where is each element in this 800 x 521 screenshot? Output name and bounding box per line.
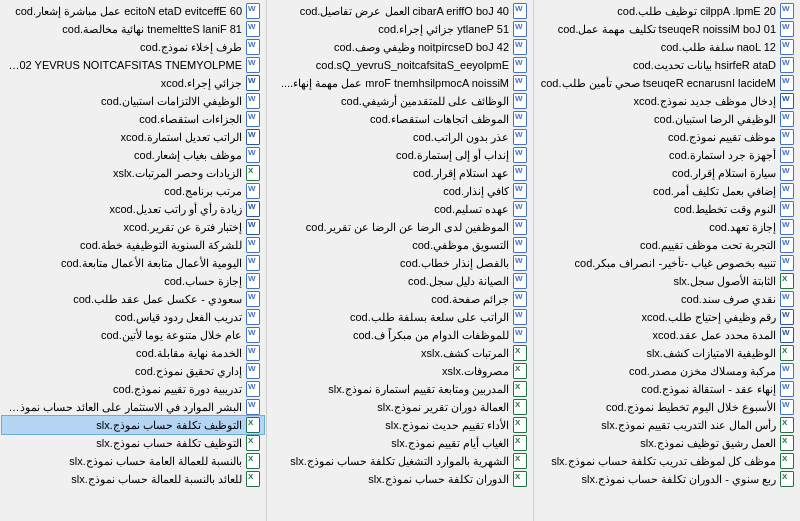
list-item[interactable]: طرف إخلاء نموذج.doc	[2, 38, 264, 56]
list-item[interactable]: إجازة تعهد.doc	[536, 218, 798, 236]
list-item[interactable]: الأسبوع خلال اليوم تخطيط نموذج.doc	[536, 398, 798, 416]
list-item[interactable]: موظف كل لموظف تدريب تكلفة حساب نموذج.xls	[536, 452, 798, 470]
column-1: 02 Empl. Applic توظيف طلب.doc10 Job Miss…	[534, 0, 800, 521]
list-item[interactable]: إجازة حساب.doc	[2, 272, 264, 290]
list-item[interactable]: Mission Acomplishment Form عمل مهمة إنها…	[269, 74, 531, 92]
list-item[interactable]: الجزاءات استقصاء.doc	[2, 110, 264, 128]
list-item[interactable]: التجربة تحت موظف تقييم.doc	[536, 236, 798, 254]
file-name-label: إختبار فترة عن تقرير.docx	[124, 218, 242, 236]
list-item[interactable]: التوظيف تكلفة حساب نموذج.xls	[2, 434, 264, 452]
list-item[interactable]: إنداب أو إلى إستمارة.doc	[269, 146, 531, 164]
list-item[interactable]: مصروفات.xlsx	[269, 362, 531, 380]
list-item[interactable]: 10 Job Mission Request تكليف مهمة عمل.do…	[536, 20, 798, 38]
list-item[interactable]: إضافي بعمل تكليف أمر.doc	[536, 182, 798, 200]
doc-icon	[780, 237, 794, 253]
list-item[interactable]: EMPLOYMENT SATISFACTION SURVEY 2006.doc	[2, 56, 264, 74]
list-item[interactable]: عهده تسليم.doc	[269, 200, 531, 218]
file-name-label: تدريب الفعل ردود قياس.doc	[115, 308, 242, 326]
list-item[interactable]: بالنسبة للعمالة العامة حساب نموذج.xls	[2, 452, 264, 470]
list-item[interactable]: الأداء تقييم حديث نموذج.xls	[269, 416, 531, 434]
list-item[interactable]: العمالة دوران تقرير نموذج.xls	[269, 398, 531, 416]
file-name-label: الزيادات وحصر المرتبات.xlsx	[113, 164, 242, 182]
file-name-label: جرائم صفحة.doc	[431, 290, 509, 308]
list-item[interactable]: الراتب تعديل استمارة.docx	[2, 128, 264, 146]
list-item[interactable]: إداري تحقيق نموذج.doc	[2, 362, 264, 380]
list-item[interactable]: موظف بغياب إشعار.doc	[2, 146, 264, 164]
file-name-label: 02 Empl. Applic توظيف طلب.doc	[617, 2, 776, 20]
list-item[interactable]: نقدي صرف سند.doc	[536, 290, 798, 308]
list-item[interactable]: الموظف اتجاهات استقصاء.doc	[269, 110, 531, 128]
list-item[interactable]: 24 Job Description وظيفي وصف.doc	[269, 38, 531, 56]
list-item[interactable]: عذر بدون الراتب.doc	[269, 128, 531, 146]
docx-icon	[246, 201, 260, 217]
list-item[interactable]: الثابتة الأصول سجل.xls	[536, 272, 798, 290]
list-item[interactable]: الوظائف على للمتقدمين أرشيفي.doc	[269, 92, 531, 110]
list-item[interactable]: 15 Penalty جزائي إجراء.doc	[269, 20, 531, 38]
list-item[interactable]: للموظفات الدوام من مبكراً ف.doc	[269, 326, 531, 344]
list-item[interactable]: الشهرية بالموارد التشغيل تكلفة حساب نموذ…	[269, 452, 531, 470]
list-item[interactable]: سعودي - عكسل عمل عقد طلب.doc	[2, 290, 264, 308]
list-item[interactable]: مركبة ومسلاك مخزن مصدر.doc	[536, 362, 798, 380]
doc-icon	[780, 57, 794, 73]
list-item[interactable]: للشركة السنوية التوظيفية خطة.doc	[2, 236, 264, 254]
list-item[interactable]: ربع سنوي - الدوران تكلفة حساب نموذج.xls	[536, 470, 798, 488]
list-item[interactable]: التوظيف تكلفة حساب نموذج.xls	[2, 416, 264, 434]
list-item[interactable]: للعائد بالنسبة للعمالة حساب نموذج.xls	[2, 470, 264, 488]
list-item[interactable]: الصيانة دليل سجل.doc	[269, 272, 531, 290]
list-item[interactable]: 04 Job Offire Arabic العمل عرض تفاصيل.do…	[269, 2, 531, 20]
list-item[interactable]: Medical Insurance Request صحي تأمين طلب.…	[536, 74, 798, 92]
list-item[interactable]: اليومية الأعمال متابعة الأعمال متابعة.do…	[2, 254, 264, 272]
list-item[interactable]: عام خلال متنوعة يوما لأتين.doc	[2, 326, 264, 344]
docx-icon	[246, 75, 260, 91]
list-item[interactable]: الراتب على سلعة بسلفة طلب.doc	[269, 308, 531, 326]
doc-icon	[246, 327, 260, 343]
doc-icon	[246, 273, 260, 289]
list-item[interactable]: زيادة رأي أو راتب تعديل.docx	[2, 200, 264, 218]
doc-icon	[513, 291, 527, 307]
list-item[interactable]: التسويق موظفي.doc	[269, 236, 531, 254]
list-item[interactable]: مرتب برنامج.doc	[2, 182, 264, 200]
doc-icon	[513, 3, 527, 19]
list-item[interactable]: المدربين ومتابعة تقييم استمارة نموذج.xls	[269, 380, 531, 398]
file-name-label: المدربين ومتابعة تقييم استمارة نموذج.xls	[328, 380, 509, 398]
list-item[interactable]: المرتبات كشف.xlsx	[269, 344, 531, 362]
list-item[interactable]: تنبيه بخصوص غياب -تأخير- انصراف مبكر.doc	[536, 254, 798, 272]
list-item[interactable]: الزيادات وحصر المرتبات.xlsx	[2, 164, 264, 182]
list-item[interactable]: 06 Effective Date Notice عمل مباشرة إشعا…	[2, 2, 264, 20]
list-item[interactable]: تدريبية دورة تقييم نموذج.doc	[2, 380, 264, 398]
file-name-label: بالفصل إنذار خطاب.doc	[400, 254, 509, 272]
list-item[interactable]: سيارة استلام إقرار.doc	[536, 164, 798, 182]
list-item[interactable]: إنهاء عقد - استقالة نموذج.doc	[536, 380, 798, 398]
list-item[interactable]: تدريب الفعل ردود قياس.doc	[2, 308, 264, 326]
list-item[interactable]: العمل رشيق توظيف نموذج.xls	[536, 434, 798, 452]
list-item[interactable]: إدخال موظف جديد نموذج.docx	[536, 92, 798, 110]
list-item[interactable]: رقم وظيفي إحتياج طلب.docx	[536, 308, 798, 326]
list-item[interactable]: الوظيفي الالتزامات استبيان.doc	[2, 92, 264, 110]
list-item[interactable]: رأس المال عند التدريب تقييم نموذج.xls	[536, 416, 798, 434]
list-item[interactable]: إختبار فترة عن تقرير.docx	[2, 218, 264, 236]
list-item[interactable]: المدة محدد عمل عقد.docx	[536, 326, 798, 344]
list-item[interactable]: كافي إنذار.doc	[269, 182, 531, 200]
file-name-label: البشر الموارد في الاستثمار على العائد حس…	[5, 398, 242, 416]
list-item[interactable]: الوظيفية الامتيازات كشف.xls	[536, 344, 798, 362]
list-item[interactable]: جزائي إجراء.docx	[2, 74, 264, 92]
list-item[interactable]: 21 Loan سلفة طلب.doc	[536, 38, 798, 56]
list-item[interactable]: 18 Final Settlement نهائية مخالصة.doc	[2, 20, 264, 38]
list-item[interactable]: موظف تقييم نموذج.doc	[536, 128, 798, 146]
list-item[interactable]: الدوران تكلفة حساب نموذج.xls	[269, 470, 531, 488]
list-item[interactable]: Employee_Satisfaction_Survey_Qs.doc	[269, 56, 531, 74]
file-name-label: Data Refrish بيانات تحديث.doc	[633, 56, 776, 74]
list-item[interactable]: 02 Empl. Applic توظيف طلب.doc	[536, 2, 798, 20]
list-item[interactable]: البشر الموارد في الاستثمار على العائد حس…	[2, 398, 264, 416]
excel-icon	[246, 417, 260, 433]
list-item[interactable]: النوم وقت تخطيط.doc	[536, 200, 798, 218]
list-item[interactable]: جرائم صفحة.doc	[269, 290, 531, 308]
list-item[interactable]: الخدمة نهاية مقابلة.doc	[2, 344, 264, 362]
list-item[interactable]: Data Refrish بيانات تحديث.doc	[536, 56, 798, 74]
list-item[interactable]: الغياب أيام تقييم نموذج.xls	[269, 434, 531, 452]
list-item[interactable]: عهد استلام إقرار.doc	[269, 164, 531, 182]
list-item[interactable]: الموظفين لدى الرضا عن الرضا عن تقرير.doc	[269, 218, 531, 236]
list-item[interactable]: أجهزة جرد استمارة.doc	[536, 146, 798, 164]
list-item[interactable]: الوظيفي الرضا استبيان.doc	[536, 110, 798, 128]
list-item[interactable]: بالفصل إنذار خطاب.doc	[269, 254, 531, 272]
